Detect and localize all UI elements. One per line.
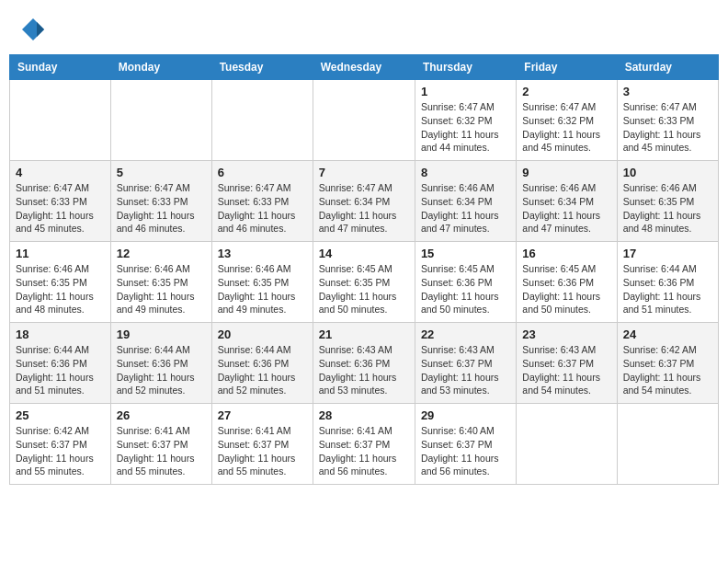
day-info: Sunrise: 6:45 AM Sunset: 6:36 PM Dayligh… [421, 262, 510, 316]
day-number: 20 [218, 327, 307, 341]
calendar-week-row: 25Sunrise: 6:42 AM Sunset: 6:37 PM Dayli… [10, 404, 719, 485]
calendar-cell: 13Sunrise: 6:46 AM Sunset: 6:35 PM Dayli… [211, 242, 313, 323]
calendar-cell [517, 404, 617, 485]
calendar-cell: 3Sunrise: 6:47 AM Sunset: 6:33 PM Daylig… [617, 80, 718, 161]
day-info: Sunrise: 6:43 AM Sunset: 6:36 PM Dayligh… [319, 343, 409, 397]
day-info: Sunrise: 6:44 AM Sunset: 6:36 PM Dayligh… [623, 262, 712, 316]
day-info: Sunrise: 6:45 AM Sunset: 6:35 PM Dayligh… [319, 262, 409, 316]
day-info: Sunrise: 6:41 AM Sunset: 6:37 PM Dayligh… [218, 424, 307, 478]
calendar-week-row: 11Sunrise: 6:46 AM Sunset: 6:35 PM Dayli… [10, 242, 719, 323]
day-info: Sunrise: 6:40 AM Sunset: 6:37 PM Dayligh… [421, 424, 510, 478]
day-number: 25 [16, 408, 105, 422]
calendar-cell: 4Sunrise: 6:47 AM Sunset: 6:33 PM Daylig… [10, 161, 111, 242]
day-number: 17 [623, 247, 712, 260]
calendar-cell [110, 80, 211, 161]
calendar-cell: 23Sunrise: 6:43 AM Sunset: 6:37 PM Dayli… [517, 323, 617, 404]
day-number: 4 [16, 166, 105, 179]
day-info: Sunrise: 6:47 AM Sunset: 6:32 PM Dayligh… [421, 100, 510, 155]
day-number: 21 [319, 327, 409, 341]
calendar-cell: 1Sunrise: 6:47 AM Sunset: 6:32 PM Daylig… [415, 80, 516, 161]
day-number: 14 [319, 247, 409, 260]
svg-marker-1 [37, 22, 44, 37]
day-info: Sunrise: 6:46 AM Sunset: 6:34 PM Dayligh… [522, 181, 610, 236]
calendar-cell: 2Sunrise: 6:47 AM Sunset: 6:32 PM Daylig… [517, 80, 617, 161]
day-number: 23 [522, 327, 610, 341]
day-number: 28 [319, 408, 409, 422]
calendar-cell: 15Sunrise: 6:45 AM Sunset: 6:36 PM Dayli… [415, 242, 516, 323]
calendar-cell: 9Sunrise: 6:46 AM Sunset: 6:34 PM Daylig… [517, 161, 617, 242]
day-info: Sunrise: 6:44 AM Sunset: 6:36 PM Dayligh… [16, 343, 105, 397]
calendar-cell: 5Sunrise: 6:47 AM Sunset: 6:33 PM Daylig… [110, 161, 211, 242]
calendar-cell [617, 404, 718, 485]
calendar-cell [211, 80, 313, 161]
calendar-cell: 6Sunrise: 6:47 AM Sunset: 6:33 PM Daylig… [211, 161, 313, 242]
calendar-cell: 19Sunrise: 6:44 AM Sunset: 6:36 PM Dayli… [110, 323, 211, 404]
calendar-week-row: 1Sunrise: 6:47 AM Sunset: 6:32 PM Daylig… [10, 80, 719, 161]
day-info: Sunrise: 6:43 AM Sunset: 6:37 PM Dayligh… [522, 343, 610, 397]
day-number: 10 [623, 166, 712, 179]
day-info: Sunrise: 6:45 AM Sunset: 6:36 PM Dayligh… [522, 262, 610, 316]
weekday-header-cell: Sunday [10, 55, 111, 80]
day-info: Sunrise: 6:42 AM Sunset: 6:37 PM Dayligh… [16, 424, 105, 478]
day-number: 6 [218, 166, 307, 179]
day-info: Sunrise: 6:44 AM Sunset: 6:36 PM Dayligh… [117, 343, 206, 397]
day-info: Sunrise: 6:42 AM Sunset: 6:37 PM Dayligh… [623, 343, 712, 397]
day-info: Sunrise: 6:46 AM Sunset: 6:34 PM Dayligh… [421, 181, 510, 236]
day-number: 8 [421, 166, 510, 179]
calendar-cell: 29Sunrise: 6:40 AM Sunset: 6:37 PM Dayli… [415, 404, 516, 485]
day-number: 24 [623, 327, 712, 341]
weekday-header-cell: Friday [517, 55, 617, 80]
weekday-header-cell: Wednesday [313, 55, 415, 80]
calendar-cell: 16Sunrise: 6:45 AM Sunset: 6:36 PM Dayli… [517, 242, 617, 323]
calendar-cell: 24Sunrise: 6:42 AM Sunset: 6:37 PM Dayli… [617, 323, 718, 404]
calendar-cell: 22Sunrise: 6:43 AM Sunset: 6:37 PM Dayli… [415, 323, 516, 404]
day-info: Sunrise: 6:46 AM Sunset: 6:35 PM Dayligh… [623, 181, 712, 236]
day-number: 13 [218, 247, 307, 260]
weekday-header-cell: Monday [110, 55, 211, 80]
calendar-cell: 25Sunrise: 6:42 AM Sunset: 6:37 PM Dayli… [10, 404, 111, 485]
calendar-cell: 26Sunrise: 6:41 AM Sunset: 6:37 PM Dayli… [110, 404, 211, 485]
calendar-cell: 8Sunrise: 6:46 AM Sunset: 6:34 PM Daylig… [415, 161, 516, 242]
day-number: 29 [421, 408, 510, 422]
calendar-cell [10, 80, 111, 161]
day-info: Sunrise: 6:47 AM Sunset: 6:33 PM Dayligh… [16, 181, 105, 236]
day-info: Sunrise: 6:46 AM Sunset: 6:35 PM Dayligh… [218, 262, 307, 316]
day-number: 15 [421, 247, 510, 260]
calendar-week-row: 18Sunrise: 6:44 AM Sunset: 6:36 PM Dayli… [10, 323, 719, 404]
calendar-body: 1Sunrise: 6:47 AM Sunset: 6:32 PM Daylig… [10, 80, 719, 485]
logo-icon [20, 17, 46, 42]
day-info: Sunrise: 6:47 AM Sunset: 6:32 PM Dayligh… [522, 100, 610, 155]
calendar-wrapper: SundayMondayTuesdayWednesdayThursdayFrid… [0, 54, 728, 494]
calendar-cell: 18Sunrise: 6:44 AM Sunset: 6:36 PM Dayli… [10, 323, 111, 404]
day-number: 18 [16, 327, 105, 341]
day-info: Sunrise: 6:47 AM Sunset: 6:33 PM Dayligh… [218, 181, 307, 236]
calendar-cell: 21Sunrise: 6:43 AM Sunset: 6:36 PM Dayli… [313, 323, 415, 404]
day-info: Sunrise: 6:46 AM Sunset: 6:35 PM Dayligh… [117, 262, 206, 316]
day-number: 11 [16, 247, 105, 260]
day-info: Sunrise: 6:46 AM Sunset: 6:35 PM Dayligh… [16, 262, 105, 316]
day-number: 2 [522, 85, 610, 98]
calendar-cell: 17Sunrise: 6:44 AM Sunset: 6:36 PM Dayli… [617, 242, 718, 323]
day-info: Sunrise: 6:41 AM Sunset: 6:37 PM Dayligh… [319, 424, 409, 478]
day-number: 16 [522, 247, 610, 260]
weekday-header-cell: Thursday [415, 55, 516, 80]
calendar-cell: 20Sunrise: 6:44 AM Sunset: 6:36 PM Dayli… [211, 323, 313, 404]
day-info: Sunrise: 6:43 AM Sunset: 6:37 PM Dayligh… [421, 343, 510, 397]
calendar-week-row: 4Sunrise: 6:47 AM Sunset: 6:33 PM Daylig… [10, 161, 719, 242]
page-header [0, 0, 728, 54]
day-info: Sunrise: 6:47 AM Sunset: 6:34 PM Dayligh… [319, 181, 409, 236]
calendar-cell [313, 80, 415, 161]
day-number: 5 [117, 166, 206, 179]
day-number: 9 [522, 166, 610, 179]
calendar-cell: 12Sunrise: 6:46 AM Sunset: 6:35 PM Dayli… [110, 242, 211, 323]
day-number: 22 [421, 327, 510, 341]
day-number: 27 [218, 408, 307, 422]
day-number: 26 [117, 408, 206, 422]
weekday-header-cell: Tuesday [211, 55, 313, 80]
logo [18, 17, 46, 47]
calendar-cell: 7Sunrise: 6:47 AM Sunset: 6:34 PM Daylig… [313, 161, 415, 242]
day-number: 7 [319, 166, 409, 179]
weekday-header-cell: Saturday [617, 55, 718, 80]
calendar-cell: 10Sunrise: 6:46 AM Sunset: 6:35 PM Dayli… [617, 161, 718, 242]
calendar-cell: 27Sunrise: 6:41 AM Sunset: 6:37 PM Dayli… [211, 404, 313, 485]
